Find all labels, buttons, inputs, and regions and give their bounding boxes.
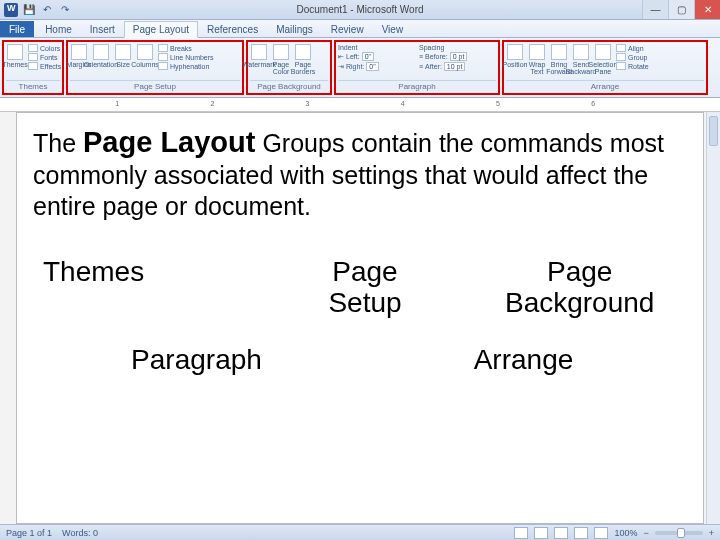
close-button[interactable]: ✕	[694, 0, 720, 19]
send-backward-icon	[573, 44, 589, 60]
columns-icon	[137, 44, 153, 60]
breaks-icon	[158, 44, 168, 52]
spacing-before-field[interactable]: ≡ Before: 0 pt	[419, 52, 496, 61]
view-web-layout-button[interactable]	[554, 527, 568, 539]
group-label-paragraph: Paragraph	[338, 80, 496, 91]
vertical-scrollbar[interactable]	[706, 112, 720, 524]
effects-icon	[28, 62, 38, 70]
position-icon	[507, 44, 523, 60]
status-right: 100% − +	[514, 527, 714, 539]
selection-pane-button[interactable]: Selection Pane	[594, 44, 612, 75]
group-label-arrange: Arrange	[506, 80, 704, 91]
labels-row-1: Themes Page Setup Page Background	[33, 257, 687, 319]
ribbon: Themes Colors Fonts Effects Themes Margi…	[0, 38, 720, 98]
theme-effects-button[interactable]: Effects	[28, 62, 61, 70]
tab-insert[interactable]: Insert	[81, 21, 124, 37]
labels-row-2: Paragraph Arrange	[33, 345, 687, 376]
ruler-tick: 1	[115, 100, 119, 107]
zoom-slider[interactable]	[655, 531, 703, 535]
group-label-page-setup: Page Setup	[70, 80, 240, 91]
ruler-tick: 4	[401, 100, 405, 107]
theme-fonts-button[interactable]: Fonts	[28, 53, 61, 61]
group-objects-button[interactable]: Group	[616, 53, 649, 61]
view-print-layout-button[interactable]	[514, 527, 528, 539]
theme-colors-button[interactable]: Colors	[28, 44, 61, 52]
themes-icon	[7, 44, 23, 60]
orientation-button[interactable]: Orientation	[92, 44, 110, 68]
label-page-setup: Page Setup	[258, 257, 473, 319]
zoom-out-button[interactable]: −	[643, 528, 648, 538]
indent-left-field[interactable]: ⇤ Left: 0"	[338, 52, 415, 61]
document-page[interactable]: The Page Layout Groups contain the comma…	[16, 112, 704, 524]
group-themes: Themes Colors Fonts Effects Themes	[2, 40, 64, 95]
margins-icon	[71, 44, 87, 60]
status-page[interactable]: Page 1 of 1	[6, 528, 52, 538]
ruler-tick: 5	[496, 100, 500, 107]
scrollbar-thumb[interactable]	[709, 116, 718, 146]
wrap-text-button[interactable]: Wrap Text	[528, 44, 546, 75]
hyphenation-icon	[158, 62, 168, 70]
view-draft-button[interactable]	[594, 527, 608, 539]
redo-icon[interactable]: ↷	[58, 3, 72, 17]
view-outline-button[interactable]	[574, 527, 588, 539]
ruler-tick: 6	[591, 100, 595, 107]
zoom-slider-knob[interactable]	[677, 528, 685, 538]
tab-view[interactable]: View	[373, 21, 413, 37]
label-page-background: Page Background	[472, 257, 687, 319]
size-button[interactable]: Size	[114, 44, 132, 68]
send-backward-button[interactable]: Send Backward	[572, 44, 590, 75]
ribbon-tabs: File Home Insert Page Layout References …	[0, 20, 720, 38]
group-arrange: Position Wrap Text Bring Forward Send Ba…	[502, 40, 708, 95]
rotate-button[interactable]: Rotate	[616, 62, 649, 70]
page-borders-icon	[295, 44, 311, 60]
themes-button[interactable]: Themes	[6, 44, 24, 68]
tab-page-layout[interactable]: Page Layout	[124, 21, 198, 38]
colors-icon	[28, 44, 38, 52]
label-themes: Themes	[33, 257, 258, 319]
align-icon	[616, 44, 626, 52]
spacing-after-field[interactable]: ≡ After: 10 pt	[419, 62, 496, 71]
zoom-value[interactable]: 100%	[614, 528, 637, 538]
group-page-background: Watermark Page Color Page Borders Page B…	[246, 40, 332, 95]
hyphenation-button[interactable]: Hyphenation	[158, 62, 214, 70]
position-button[interactable]: Position	[506, 44, 524, 68]
page-color-icon	[273, 44, 289, 60]
selection-pane-icon	[595, 44, 611, 60]
zoom-in-button[interactable]: +	[709, 528, 714, 538]
tab-mailings[interactable]: Mailings	[267, 21, 322, 37]
group-label-themes: Themes	[6, 80, 60, 91]
tab-references[interactable]: References	[198, 21, 267, 37]
indent-heading: Indent	[338, 44, 415, 51]
orientation-icon	[93, 44, 109, 60]
status-left: Page 1 of 1 Words: 0	[6, 528, 98, 538]
ruler-tick: 2	[210, 100, 214, 107]
rotate-icon	[616, 62, 626, 70]
indent-right-field[interactable]: ⇥ Right: 0"	[338, 62, 415, 71]
maximize-button[interactable]: ▢	[668, 0, 694, 19]
tab-file[interactable]: File	[0, 21, 34, 37]
status-bar: Page 1 of 1 Words: 0 100% − +	[0, 524, 720, 540]
page-borders-button[interactable]: Page Borders	[294, 44, 312, 75]
tab-home[interactable]: Home	[36, 21, 81, 37]
title-bar: 💾 ↶ ↷ Document1 - Microsoft Word — ▢ ✕	[0, 0, 720, 20]
status-words[interactable]: Words: 0	[62, 528, 98, 538]
line-numbers-icon	[158, 53, 168, 61]
watermark-button[interactable]: Watermark	[250, 44, 268, 68]
window-controls: — ▢ ✕	[642, 0, 720, 19]
view-full-screen-button[interactable]	[534, 527, 548, 539]
line-numbers-button[interactable]: Line Numbers	[158, 53, 214, 61]
columns-button[interactable]: Columns	[136, 44, 154, 68]
group-page-setup: Margins Orientation Size Columns Breaks …	[66, 40, 244, 95]
horizontal-ruler[interactable]: 1 2 3 4 5 6	[0, 98, 720, 112]
minimize-button[interactable]: —	[642, 0, 668, 19]
quick-access-toolbar: 💾 ↶ ↷	[0, 3, 72, 17]
undo-icon[interactable]: ↶	[40, 3, 54, 17]
align-button[interactable]: Align	[616, 44, 649, 52]
wrap-text-icon	[529, 44, 545, 60]
breaks-button[interactable]: Breaks	[158, 44, 214, 52]
page-color-button[interactable]: Page Color	[272, 44, 290, 75]
bring-forward-icon	[551, 44, 567, 60]
tab-review[interactable]: Review	[322, 21, 373, 37]
save-icon[interactable]: 💾	[22, 3, 36, 17]
fonts-icon	[28, 53, 38, 61]
